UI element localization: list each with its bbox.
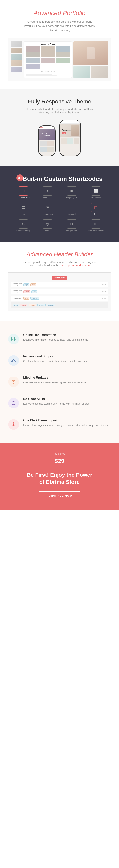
palette-element-3[interactable]: Account (29, 304, 36, 306)
cta-price: 29 (58, 458, 64, 464)
builder-row-label-2: Header Row 2 (13, 290, 22, 293)
builder-row-actions-1: + ✎ ✕ (102, 284, 106, 285)
builder-add-preset[interactable]: ADD PRESET (52, 276, 67, 280)
header-builder-description: No coding skills required! Advanced and … (21, 260, 98, 267)
phone-hero-left: Sleek Designer SHOP NOW (39, 129, 55, 140)
header-builder-link[interactable]: custom preset and options (58, 264, 90, 267)
phone-nav-right: ≡ (79, 121, 79, 123)
list-icon: ☰ (19, 203, 28, 212)
portfolio-section: Advanced Portfolio Create unique portfol… (0, 0, 119, 89)
builder-rows: Header Row 1 Logo Menu + ✎ ✕ Header Row … (11, 282, 108, 308)
feature-title-nocode: No Code Skills (23, 397, 89, 401)
feature-title-docs: Online Documentation (23, 333, 88, 337)
shortcode-clients: ◫ Clients (86, 203, 106, 216)
header-builder-section: Advanced Header Builder No coding skills… (0, 242, 119, 321)
countdown-label: Countdown Tabs (17, 197, 30, 199)
flipbox-icon: ↕ (43, 186, 52, 195)
phone-products-right (60, 137, 80, 145)
builder-row-label-1: Header Row 1 (13, 283, 22, 286)
cta-price-wrap: $29 (8, 456, 111, 468)
builder-element-logo: Logo (23, 283, 29, 286)
three-like-icon: ⊞ (91, 219, 100, 229)
cta-intro-label: intro price (8, 452, 111, 455)
timeline-label: Timeline Headings (16, 230, 30, 232)
image-layouts-label: Image Layouts (66, 197, 77, 199)
shortcodes-badge: 30+ (17, 175, 23, 181)
feature-icon-wrap-updates (8, 376, 19, 388)
shortcode-instagram: ⊟ Instagram Item (62, 219, 82, 232)
feature-icon-oneclick (8, 419, 19, 430)
feature-icon-docs (8, 334, 19, 344)
palette-element-5[interactable]: Language (47, 304, 55, 306)
feature-text-oneclick: One Click Demo Import Import all of page… (23, 418, 108, 427)
feature-text-nocode: No Code Skills Everyone can use Ebrima W… (23, 397, 89, 406)
phone-logo-left: ebrima (40, 127, 43, 128)
svg-point-10 (13, 402, 14, 404)
phone-right: ebrima ≡ NEW COLLECTION Winter 2024 SHOP (60, 120, 81, 156)
builder-row-1: Header Row 1 Logo Menu + ✎ ✕ (11, 282, 108, 287)
feature-one-click: One Click Demo Import Import all of page… (8, 414, 111, 435)
shortcode-list: ☰ List (13, 203, 33, 216)
feature-title-oneclick: One Click Demo Import (23, 418, 108, 422)
mock-image-row (73, 66, 108, 78)
builder-row-3: Sticky Row Logo Navigation + ✎ ✕ (11, 296, 108, 301)
feature-online-docs: Online Documentation Extensive informati… (8, 329, 111, 350)
feature-text-updates: Lifetime Updates Free lifetime autoupdat… (23, 376, 86, 384)
palette-element-2[interactable]: Wishlist (20, 304, 27, 306)
phone-screen-left: ebrima Sleek Designer SHOP NOW (39, 126, 55, 156)
builder-element-nav: Navigation (30, 297, 40, 300)
palette-element-4[interactable]: Currency (38, 304, 46, 306)
three-like-label: Three Like Horizontal (88, 230, 104, 232)
portfolio-gallery-strip (11, 41, 22, 78)
shortcode-countdown: ⏱ Countdown Tabs (13, 186, 33, 199)
phone-header-right: ebrima ≡ (60, 120, 80, 124)
purchase-button[interactable]: PURCHASE NOW (39, 491, 80, 500)
countdown-icon: ⏱ (19, 186, 28, 195)
portfolio-center-mock: Monday to Friday The Incredible Process (24, 41, 72, 78)
builder-row-actions-3: + ✎ ✕ (102, 298, 106, 299)
svg-point-8 (13, 381, 14, 382)
responsive-section: Fully Responsive Theme No matter what ki… (0, 89, 119, 166)
mock-grid (26, 46, 70, 69)
shortcodes-title: Buit-in Custom Shortcodes (23, 175, 102, 182)
cta-headline-line1: Be First! Enjoy the Power (27, 472, 92, 478)
builder-mockup: ADD PRESET Header Row 1 Logo Menu + ✎ ✕ … (8, 273, 111, 311)
cta-headline-line2: of Ebrima Store (40, 479, 79, 485)
responsive-description: No matter what kind of content you add, … (23, 108, 96, 114)
feature-icon-wrap-support (8, 354, 19, 366)
feature-icon-wrap-oneclick (8, 418, 19, 430)
feature-icon-wrap-docs (8, 333, 19, 345)
phone-header-left: ebrima (39, 126, 55, 129)
builder-element-sticky-logo: Logo (23, 297, 29, 300)
phone-logo-right: ebrima (61, 121, 64, 123)
shortcode-three-like: ⊞ Three Like Horizontal (86, 219, 106, 232)
builder-element-search: Search (23, 290, 30, 293)
header-builder-title: Advanced Header Builder (8, 251, 111, 258)
shortcode-message: ✉ Message Box (37, 203, 57, 216)
palette-element-1[interactable]: Social (13, 304, 19, 306)
clients-icon: ◫ (91, 203, 100, 212)
testimonials-label: Testimonials (67, 213, 76, 216)
tabs-icon: ⬜ (91, 186, 100, 195)
portfolio-title: Advanced Portfolio (8, 10, 111, 17)
mock-line2 (26, 74, 52, 75)
feature-icon-updates (8, 376, 19, 387)
feature-text-docs: Online Documentation Extensive informati… (23, 333, 88, 342)
mockup-title: Monday to Friday (26, 43, 70, 45)
feature-desc-nocode: Everyone can use Ebrima WP Theme with mi… (23, 402, 89, 406)
phone-left: ebrima Sleek Designer SHOP NOW (38, 125, 56, 156)
clients-label: Clients (93, 213, 98, 216)
shortcodes-heading-wrap: 30+ Buit-in Custom Shortcodes (8, 175, 111, 183)
portfolio-right-images (73, 41, 108, 78)
cta-headline: Be First! Enjoy the Power of Ebrima Stor… (8, 471, 111, 486)
instagram-icon: ⊟ (67, 219, 76, 229)
timeline-icon: ⊙ (19, 219, 28, 229)
feature-desc-support: Our friendly support team is there if yo… (23, 359, 88, 363)
instagram-label: Instagram Item (66, 230, 77, 232)
phone-products-left (39, 140, 55, 153)
mock-line (26, 73, 61, 73)
tabs-label: Tabs Module (91, 197, 101, 199)
portfolio-description: Create unique portfolio and galleries wi… (23, 20, 96, 32)
flipbox-label: Flipbox Popup (42, 197, 53, 199)
message-icon: ✉ (43, 203, 52, 212)
